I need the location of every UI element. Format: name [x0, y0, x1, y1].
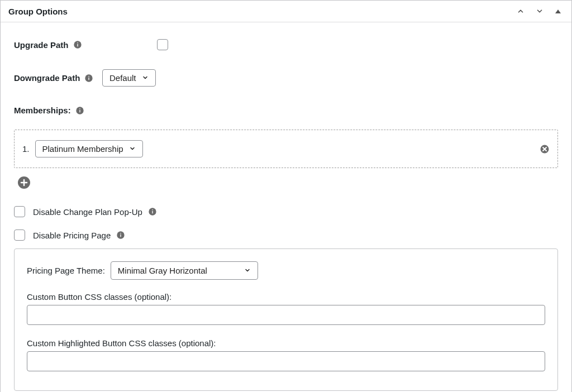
panel-body: Upgrade Path Downgrade Path Default — [1, 22, 571, 392]
memberships-label-wrap: Memberships: — [14, 106, 558, 115]
pricing-theme-value: Minimal Gray Horizontal — [118, 266, 207, 275]
downgrade-path-label: Downgrade Path — [14, 73, 80, 83]
pricing-theme-row: Pricing Page Theme: Minimal Gray Horizon… — [27, 261, 545, 280]
pricing-settings-box: Pricing Page Theme: Minimal Gray Horizon… — [14, 248, 558, 391]
svg-rect-17 — [152, 211, 152, 214]
move-down-button[interactable] — [533, 6, 546, 16]
info-icon[interactable] — [75, 106, 84, 115]
svg-rect-20 — [121, 235, 121, 237]
membership-ordinal: 1. — [22, 144, 30, 154]
info-icon[interactable] — [148, 207, 157, 216]
svg-rect-6 — [89, 76, 89, 77]
panel-header: Group Options — [1, 1, 571, 22]
collapse-toggle-button[interactable] — [552, 7, 564, 16]
downgrade-path-select[interactable]: Default — [102, 69, 156, 87]
remove-membership-button[interactable] — [540, 144, 550, 154]
svg-marker-0 — [555, 9, 561, 13]
panel-title: Group Options — [8, 7, 68, 16]
disable-pricing-row: Disable Pricing Page — [14, 230, 558, 241]
upgrade-path-checkbox[interactable] — [157, 39, 168, 50]
custom-button-css-group: Custom Button CSS classes (optional): — [27, 292, 545, 325]
chevron-down-icon — [142, 73, 149, 83]
move-up-button[interactable] — [514, 6, 527, 16]
membership-item-left: 1. Platinum Membership — [22, 140, 143, 157]
svg-rect-2 — [77, 44, 78, 47]
svg-rect-3 — [77, 42, 78, 43]
downgrade-path-row: Downgrade Path Default — [14, 69, 558, 87]
custom-highlight-button-css-label: Custom Highlighted Button CSS classes (o… — [27, 338, 545, 348]
upgrade-path-label-wrap: Upgrade Path — [14, 40, 157, 50]
custom-button-css-input[interactable] — [27, 305, 545, 325]
pricing-theme-select[interactable]: Minimal Gray Horizontal — [111, 261, 258, 280]
pricing-theme-label: Pricing Page Theme: — [27, 266, 105, 275]
membership-value: Platinum Membership — [42, 144, 123, 154]
add-membership-button[interactable] — [17, 176, 31, 189]
svg-rect-18 — [152, 209, 152, 210]
disable-popup-label: Disable Change Plan Pop-Up — [33, 207, 142, 217]
membership-select[interactable]: Platinum Membership — [35, 140, 143, 157]
upgrade-path-label: Upgrade Path — [14, 40, 69, 50]
disable-popup-row: Disable Change Plan Pop-Up — [14, 206, 558, 217]
memberships-section: Memberships: 1. Platinum Membership — [14, 106, 558, 189]
custom-highlight-button-css-input[interactable] — [27, 351, 545, 371]
chevron-down-icon — [129, 144, 136, 154]
downgrade-path-label-wrap: Downgrade Path — [14, 73, 102, 83]
group-options-panel: Group Options Upgrade Path — [0, 0, 572, 392]
membership-item: 1. Platinum Membership — [14, 130, 558, 168]
disable-pricing-checkbox[interactable] — [14, 230, 25, 241]
downgrade-path-value: Default — [109, 73, 136, 83]
info-icon[interactable] — [84, 74, 93, 83]
upgrade-path-row: Upgrade Path — [14, 39, 558, 50]
custom-button-css-label: Custom Button CSS classes (optional): — [27, 292, 545, 302]
svg-rect-9 — [79, 108, 80, 109]
svg-rect-21 — [121, 233, 121, 233]
disable-popup-checkbox[interactable] — [14, 206, 25, 217]
svg-rect-5 — [89, 77, 89, 80]
memberships-label: Memberships: — [14, 106, 71, 115]
disable-pricing-label-wrap: Disable Pricing Page — [33, 231, 125, 240]
disable-pricing-label: Disable Pricing Page — [33, 231, 111, 240]
disable-popup-label-wrap: Disable Change Plan Pop-Up — [33, 207, 157, 217]
panel-header-controls — [514, 6, 564, 16]
svg-rect-8 — [79, 109, 80, 112]
custom-highlight-button-css-group: Custom Highlighted Button CSS classes (o… — [27, 338, 545, 371]
info-icon[interactable] — [116, 231, 125, 240]
info-icon[interactable] — [73, 40, 82, 49]
chevron-down-icon — [244, 266, 251, 275]
